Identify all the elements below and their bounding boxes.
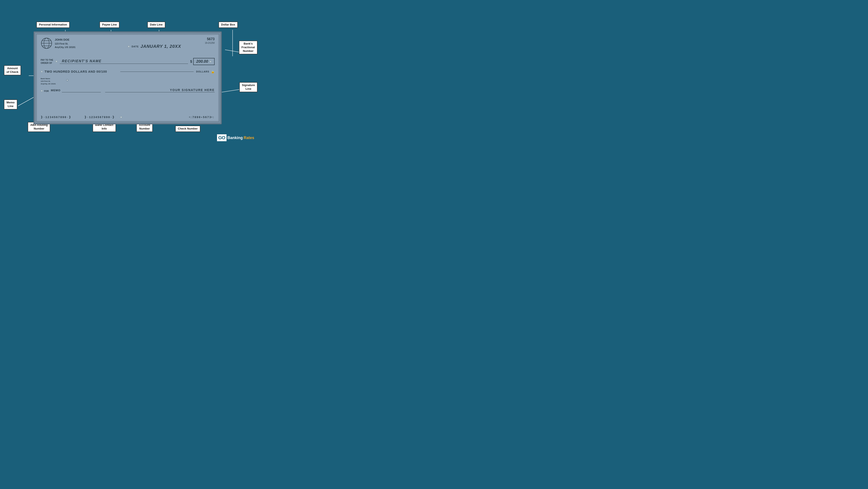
label-amount-of-check: Amount of Check — [4, 65, 21, 75]
payee-dot — [55, 60, 58, 63]
micr-check-number: ⦂:7890•5673⦂: — [189, 116, 215, 119]
globe-icon — [41, 37, 53, 49]
label-check-number: Check Number — [175, 126, 200, 132]
label-signature-line: Signature Line — [239, 82, 257, 92]
label-memo-line: Memo Line — [4, 99, 17, 109]
dollar-section: $ 200.00 — [190, 58, 215, 65]
label-dollar-box: Dollar Box — [218, 22, 238, 28]
label-date-line: Date Line — [147, 22, 165, 28]
personal-info-area: JOHN DOE 123 First St. AnyCity, US 10101 — [41, 37, 75, 49]
label-banks-fractional: Bank's Fractional Number — [239, 41, 257, 54]
check-body: 5673 19-2/1250 JOHN DOE 123 First St. An… — [34, 31, 222, 124]
memo-dot — [41, 90, 43, 92]
dollar-dot — [210, 61, 212, 63]
personal-text: JOHN DOE 123 First St. AnyCity, US 10101 — [55, 38, 75, 49]
micr-account: ⦄·1234567890·⦄ — [84, 116, 115, 119]
label-personal-information: Personal Information — [36, 22, 70, 28]
bank-info: Bank Name 123 First St. AnyCity, US 1010… — [41, 77, 56, 85]
dollar-box: 200.00 — [193, 58, 215, 65]
date-dot — [128, 45, 130, 47]
written-dot — [41, 70, 43, 73]
logo-banking: Banking — [227, 136, 243, 140]
memo-part: FOR MEMO — [41, 89, 101, 92]
pay-to-section: PAY TO THE ORDER OF RECIPIENT'S NAME $ 2… — [41, 58, 215, 65]
written-amount-section: TWO HUNDRED DOLLARS AND 00/100 DOLLARS 🔒 — [41, 70, 215, 73]
date-line-area: DATE JANUARY 1, 20XX — [128, 44, 181, 49]
memo-sig-section: FOR MEMO YOUR SIGNATURE HERE — [41, 88, 215, 92]
logo-go: GO — [217, 134, 226, 141]
micr-account-dot — [120, 116, 122, 118]
bank-info-dot — [66, 79, 68, 81]
label-payee-line: Payee Line — [99, 22, 119, 28]
signature-line: YOUR SIGNATURE HERE — [105, 88, 215, 92]
micr-line: ⦄·1234567890·⦄ ⦄·1234567890·⦄ ⦂:7890•567… — [41, 116, 215, 119]
check-number-display: 5673 19-2/1250 — [205, 37, 215, 44]
micr-routing: ⦄·1234567890·⦄ — [41, 116, 71, 119]
lock-icon: 🔒 — [211, 70, 215, 73]
logo: GO Banking Rates — [217, 134, 254, 141]
recipient-line: RECIPIENT'S NAME — [60, 59, 188, 64]
logo-rates: Rates — [244, 136, 254, 140]
